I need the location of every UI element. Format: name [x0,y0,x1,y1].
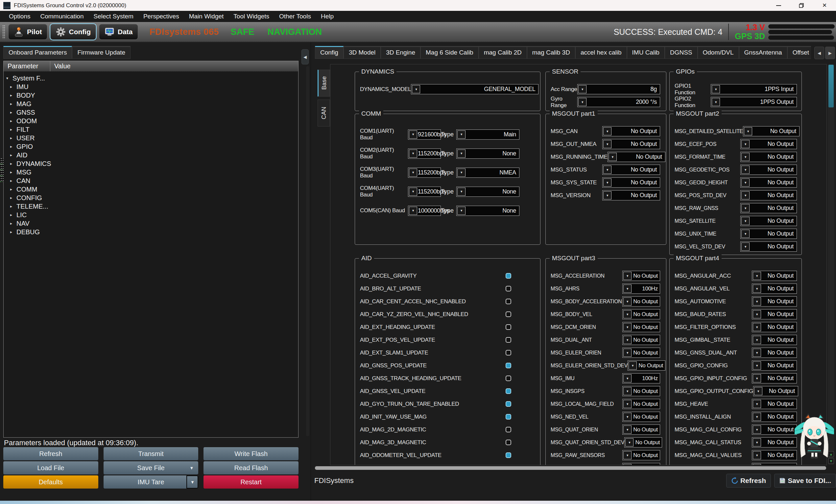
parameter-action-button[interactable]: IMU Tare ▼ ▼ [103,476,198,488]
dropdown-select[interactable]: No Output [622,386,660,396]
left-panel-scrollbar[interactable] [306,66,309,436]
parameter-action-button[interactable]: Load File ▼ ▼ [3,461,98,474]
dropdown-select[interactable]: No Output [622,335,660,345]
dropdown-select[interactable]: No Output [622,309,660,319]
dropdown-select[interactable]: No Output [752,284,797,294]
dropdown-arrow-icon[interactable] [623,349,631,357]
dropdown-arrow-icon[interactable] [457,207,466,215]
dropdown-select[interactable]: No Output [622,271,660,281]
checkbox[interactable] [506,273,511,278]
config-panel-tab[interactable]: DGNSS [665,46,698,59]
dropdown-arrow-icon[interactable] [603,127,611,135]
dropdown-select[interactable]: No Output [752,450,797,460]
dropdown-select[interactable]: No Output [608,152,665,162]
dropdown-arrow-icon[interactable] [753,374,761,383]
baud-dropdown[interactable]: 1000000bps [408,206,441,216]
dropdown-select[interactable]: No Output [752,309,797,319]
dropdown-arrow-icon[interactable] [603,140,611,148]
dropdown-arrow-icon[interactable] [409,131,417,139]
tree-item[interactable]: ▾ System F... [4,74,298,82]
config-panel-tab[interactable]: 3D Model [344,46,381,59]
left-panel-tab[interactable]: Firmware Update [72,46,131,59]
column-header-parameter[interactable]: Parameter [4,61,50,71]
dropdown-arrow-icon[interactable] [578,85,587,93]
dropdown-select[interactable]: No Output [752,348,797,358]
parameter-action-button[interactable]: Write Flash ▼ ▼ [204,447,299,460]
dropdown-arrow-icon[interactable] [753,323,761,331]
tree-expand-icon[interactable]: ▸ [10,110,16,115]
tree-item[interactable]: ▸ LIC [4,211,298,219]
type-dropdown[interactable]: NMEA [456,168,519,178]
dropdown-arrow-icon[interactable] [578,98,587,106]
tree-item[interactable]: ▸ MSG [4,168,298,176]
tree-item[interactable]: ▸ FILT [4,125,298,134]
refresh-button[interactable]: Refresh [726,474,771,488]
dropdown-arrow-icon[interactable] [623,310,631,318]
tab-scroll-right-button[interactable]: ▶ [825,47,835,59]
dropdown-select[interactable]: No Output [752,425,797,435]
dropdown-arrow-icon[interactable] [753,413,761,421]
tree-expand-icon[interactable]: ▸ [10,127,16,132]
checkbox[interactable] [506,452,511,458]
tree-expand-icon[interactable]: ▸ [10,144,16,149]
dropdown-arrow-icon[interactable] [753,285,761,293]
tree-item[interactable]: ▸ GPIO [4,142,298,151]
dropdown-select[interactable]: No Output [740,190,797,200]
dropdown-select[interactable]: No Output [622,322,660,332]
baud-dropdown[interactable]: 921600bps [408,130,441,140]
dropdown-select[interactable]: No Output [752,399,797,409]
dropdown-select[interactable]: 100Hz [622,284,660,294]
dropdown-arrow-icon[interactable] [741,178,749,187]
checkbox[interactable] [506,324,511,330]
config-panel-tab[interactable]: IMU Calib [627,46,665,59]
dropdown-arrow-icon[interactable] [753,349,761,357]
dropdown-arrow-icon[interactable]: ▼ [189,466,194,470]
tree-item[interactable]: ▸ CAN [4,176,298,185]
dropdown-select[interactable] [752,463,797,465]
parameter-action-button[interactable]: Save File ▼ ▼ [103,461,198,474]
checkbox[interactable] [506,375,511,381]
dropdown-arrow-icon[interactable] [712,85,720,93]
checkbox[interactable] [506,401,511,407]
dropdown-select[interactable]: No Output [602,126,660,136]
dropdown-select[interactable]: No Output [752,335,797,345]
close-button[interactable]: ✕ [813,0,836,11]
dropdown-arrow-icon[interactable] [603,178,611,187]
dropdown-arrow-icon[interactable] [629,362,637,370]
checkbox[interactable] [506,388,511,394]
checkbox[interactable] [506,427,511,432]
dropdown-select[interactable]: 100Hz [622,373,660,383]
dropdown-select[interactable]: No Output [740,241,797,252]
dropdown-arrow-icon[interactable] [741,153,749,161]
dropdown-select[interactable]: No Output [622,348,660,358]
dropdown-select[interactable]: No Output [622,296,660,307]
checkbox[interactable] [506,363,511,368]
tab-scroll-left-button[interactable]: ◀ [814,47,824,59]
dropdown-select[interactable]: No Output [753,386,798,396]
config-panel-tab[interactable]: Config [315,46,344,59]
menu-item[interactable]: Options [4,11,35,22]
tree-item[interactable]: ▸ AID [4,151,298,159]
dropdown-select[interactable]: 8g [577,84,660,94]
dropdown-select[interactable]: No Output [622,412,660,422]
type-dropdown[interactable]: None [456,149,519,159]
tree-item[interactable]: ▸ DEBUG [4,228,298,236]
dropdown-arrow-icon[interactable] [623,336,631,344]
dropdown-arrow-icon[interactable] [623,387,631,395]
tree-expand-icon[interactable]: ▸ [10,153,16,157]
baud-dropdown[interactable]: 115200bps [408,168,441,178]
collapse-panel-button[interactable]: ◀ [302,49,309,64]
dropdown-arrow-icon[interactable] [623,297,631,306]
dropdown-select[interactable]: 1PPS Input [711,84,797,94]
column-header-value[interactable]: Value [50,61,71,71]
dropdown-arrow-icon[interactable] [753,451,761,459]
menu-item[interactable]: Help [316,11,339,22]
tree-item[interactable]: ▸ ODOM [4,117,298,125]
dropdown-arrow-icon[interactable] [741,140,749,148]
parameter-action-button[interactable]: Refresh ▼ ▼ [3,447,98,460]
tree-expand-icon[interactable]: ▸ [10,204,16,209]
config-panel-tab[interactable]: Mag 6 Side Calib [420,46,479,59]
dropdown-select[interactable]: No Output [743,126,799,136]
tree-item[interactable]: ▸ GNSS [4,108,298,117]
checkbox[interactable] [506,286,511,291]
